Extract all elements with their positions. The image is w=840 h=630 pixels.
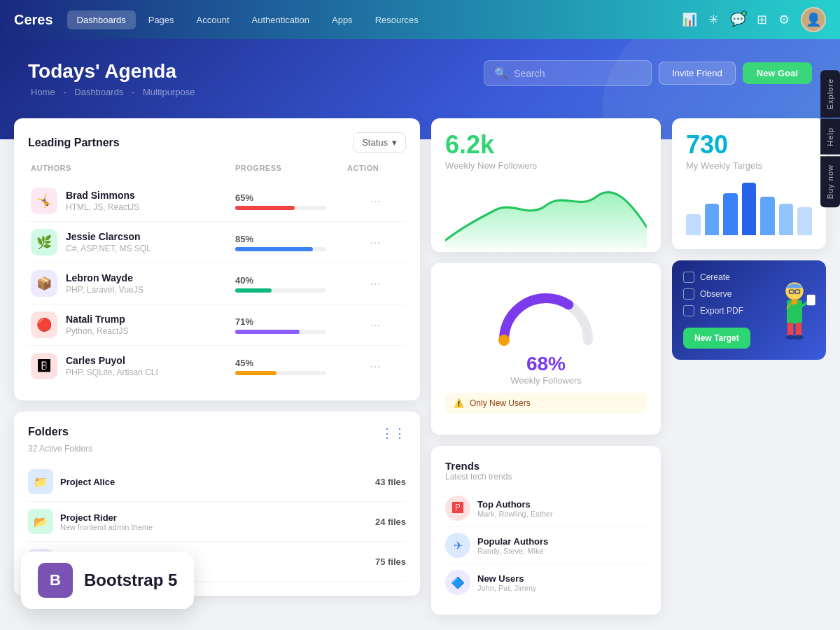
trend-icon: 🅿 [445, 496, 470, 521]
partner-skills: HTML, JS, ReactJS [66, 202, 139, 212]
bootstrap-icon: B [38, 563, 73, 598]
table-row: 🌿 Jessie Clarcson C#, ASP.NET, MS SQL 85… [28, 222, 406, 263]
weekly-targets-card: 730 My Weekly Targets [672, 118, 826, 249]
search-input[interactable] [514, 68, 641, 79]
status-dropdown[interactable]: Status ▾ [353, 132, 406, 153]
nav-item-authentication[interactable]: Authentication [242, 10, 319, 29]
folder-file-count: 24 files [375, 517, 406, 527]
partner-info: 🌿 Jessie Clarcson C#, ASP.NET, MS SQL [31, 229, 235, 255]
progress-bar-fill [235, 330, 300, 334]
progress-bar-fill [235, 288, 272, 293]
partner-skills: C#, ASP.NET, MS SQL [66, 244, 151, 253]
option-label: Export PDF [700, 306, 743, 316]
bar [723, 193, 738, 235]
trend-name: New Users [477, 573, 536, 584]
gauge-container: 68% Weekly Followers ⚠️ Only New Users [445, 277, 647, 421]
gauge-label: Weekly Followers [510, 375, 582, 386]
middle-column: 6.2k Weekly New Followers [431, 118, 661, 615]
breadcrumb-dashboards[interactable]: Dashboards [74, 87, 123, 97]
progress-bar-fill [235, 247, 313, 251]
breadcrumb-sep2: - [132, 87, 137, 97]
progress-section: 45% [235, 358, 347, 375]
trends-card: Trends Latest tech trends 🅿 Top Authors … [431, 446, 661, 615]
new-target-button[interactable]: New Target [683, 328, 750, 349]
nav-item-resources[interactable]: Resources [365, 10, 428, 29]
folder-left: 📁 Project Alice [28, 469, 115, 494]
action-menu-button[interactable]: ··· [347, 194, 403, 209]
progress-bar-bg [235, 206, 326, 210]
targets-bar-chart [686, 179, 812, 235]
nav-item-account[interactable]: Account [187, 10, 239, 29]
progress-percentage: 45% [235, 358, 347, 368]
bar [779, 204, 794, 235]
nav-item-pages[interactable]: Pages [139, 10, 184, 29]
breadcrumb-home[interactable]: Home [31, 87, 55, 97]
nav-item-dashboards[interactable]: Dashboards [67, 10, 136, 29]
trend-icon: ✈ [445, 533, 470, 558]
weekly-followers-card: 6.2k Weekly New Followers [431, 118, 661, 252]
brand[interactable]: Ceres [14, 12, 53, 28]
bar [760, 197, 775, 235]
partner-name: Carles Puyol [66, 355, 158, 366]
invite-friend-button[interactable]: Invite Friend [659, 62, 736, 85]
action-menu-button[interactable]: ··· [347, 235, 403, 250]
progress-bar-fill [235, 371, 276, 375]
nav-item-apps[interactable]: Apps [322, 10, 363, 29]
svg-point-9 [794, 335, 804, 340]
folder-description: New frontend admin theme [60, 523, 153, 531]
gauge-svg [490, 284, 602, 347]
right-column: 730 My Weekly Targets CereateObserveExpo… [672, 118, 826, 615]
targets-label: My Weekly Targets [686, 160, 812, 171]
svg-point-0 [498, 335, 510, 346]
blue-action-card: CereateObserveExport PDF New Target [672, 260, 826, 360]
bar [686, 214, 701, 235]
leading-partners-title: Leading Partners [28, 136, 120, 149]
breadcrumb-multipurpose[interactable]: Multipurpose [143, 87, 195, 97]
new-goal-button[interactable]: New Goal [743, 62, 812, 84]
side-tab[interactable]: Buy now [820, 156, 840, 207]
side-tab[interactable]: Help [820, 119, 840, 155]
trends-subtitle: Latest tech trends [445, 472, 647, 482]
progress-section: 71% [235, 316, 347, 334]
nav-right: 📊 ✳ 💬 ⊞ ⚙ 👤 [682, 7, 826, 32]
trend-authors: Mark, Rowling, Esther [477, 510, 553, 518]
navbar: Ceres DashboardsPagesAccountAuthenticati… [0, 0, 840, 39]
partner-name: Brad Simmons [66, 190, 139, 201]
apps-icon[interactable]: ⊞ [757, 12, 767, 27]
partner-skills: PHP, Laravel, VueJS [66, 285, 144, 295]
user-avatar[interactable]: 👤 [801, 7, 826, 32]
nav-items: DashboardsPagesAccountAuthenticationApps… [67, 10, 682, 29]
page-title: Todays' Agenda [28, 60, 812, 83]
mail-icon[interactable]: 💬 [730, 12, 746, 27]
gauge-percentage: 68% [526, 353, 566, 375]
asterisk-icon[interactable]: ✳ [708, 12, 719, 27]
partners-list: 🤸 Brad Simmons HTML, JS, ReactJS 65% ···… [28, 181, 406, 386]
folders-menu-icon[interactable]: ⋮⋮ [381, 426, 406, 441]
folder-file-count: 75 files [375, 556, 406, 567]
bootstrap-watermark: B Bootstrap 5 [21, 552, 194, 609]
action-menu-button[interactable]: ··· [347, 359, 403, 374]
list-item: 📂 Project Rider New frontend admin theme… [28, 502, 406, 542]
progress-percentage: 71% [235, 316, 347, 327]
trend-name: Top Authors [477, 499, 553, 510]
followers-label: Weekly New Followers [445, 160, 647, 171]
trend-authors: John, Pat, Jimmy [477, 584, 536, 592]
side-tab[interactable]: Explore [820, 70, 840, 118]
progress-section: 40% [235, 275, 347, 293]
action-menu-button[interactable]: ··· [347, 318, 403, 332]
search-box[interactable]: 🔍 [484, 60, 652, 86]
settings-icon[interactable]: ⚙ [778, 12, 790, 27]
trend-name: Popular Authors [477, 536, 548, 547]
chart-icon[interactable]: 📊 [682, 12, 697, 27]
option-label: Cereate [700, 272, 730, 282]
partner-name: Jessie Clarcson [66, 231, 151, 242]
folders-title: Folders [28, 426, 69, 438]
progress-bar-bg [235, 371, 326, 375]
progress-section: 85% [235, 234, 347, 251]
action-menu-button[interactable]: ··· [347, 276, 403, 291]
left-column: Leading Partners Status ▾ AUTHORS PROGRE… [14, 118, 420, 615]
partner-avatar: 🤸 [31, 188, 57, 214]
option-label: Observe [700, 289, 732, 299]
table-row: 📦 Lebron Wayde PHP, Laravel, VueJS 40% ·… [28, 263, 406, 304]
partner-info: 🤸 Brad Simmons HTML, JS, ReactJS [31, 188, 235, 214]
